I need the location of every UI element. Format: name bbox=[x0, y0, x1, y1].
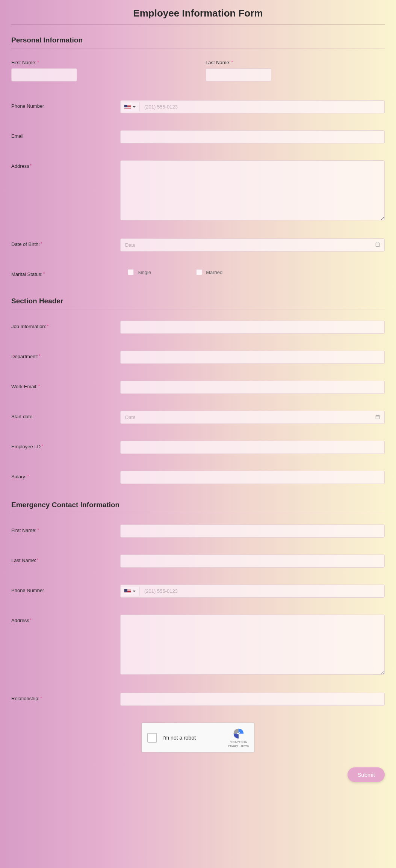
ec-last-name-label: Last Name:* bbox=[11, 558, 120, 563]
address-label: Address* bbox=[11, 163, 120, 169]
chevron-down-icon bbox=[133, 591, 136, 592]
address-field[interactable] bbox=[120, 160, 385, 220]
dob-label: Date of Birth:* bbox=[11, 241, 120, 247]
job-info-label: Job Information:* bbox=[11, 324, 120, 329]
email-field[interactable] bbox=[120, 130, 385, 143]
recaptcha-logo: reCAPTCHA Privacy - Terms bbox=[228, 728, 249, 747]
section-header-personal: Personal Information bbox=[11, 36, 385, 48]
flag-us-icon bbox=[124, 105, 131, 109]
salary-field[interactable] bbox=[120, 471, 385, 484]
relationship-field[interactable] bbox=[120, 693, 385, 706]
flag-us-icon bbox=[124, 589, 131, 594]
section-header-emergency: Emergency Contact Information bbox=[11, 501, 385, 513]
country-code-selector[interactable] bbox=[121, 102, 140, 112]
first-name-field[interactable] bbox=[11, 68, 77, 81]
phone-field[interactable] bbox=[140, 101, 384, 113]
start-date-label: Start date: bbox=[11, 414, 120, 419]
work-email-field[interactable] bbox=[120, 381, 385, 394]
ec-first-name-field[interactable] bbox=[120, 524, 385, 538]
first-name-label: First Name:* bbox=[11, 60, 190, 65]
recaptcha-label: I'm not a robot bbox=[162, 735, 228, 741]
section-header-job: Section Header bbox=[11, 297, 385, 309]
submit-button[interactable]: Submit bbox=[348, 767, 385, 782]
marital-married-label: Married bbox=[206, 270, 222, 275]
email-label: Email bbox=[11, 133, 120, 139]
recaptcha-icon bbox=[233, 728, 245, 740]
dob-field[interactable] bbox=[120, 238, 385, 252]
work-email-label: Work Email:* bbox=[11, 384, 120, 389]
job-info-field[interactable] bbox=[120, 321, 385, 334]
start-date-field[interactable] bbox=[120, 411, 385, 424]
ec-phone-field[interactable] bbox=[140, 585, 384, 597]
last-name-field[interactable] bbox=[206, 68, 271, 81]
ec-phone-label: Phone Number bbox=[11, 588, 120, 593]
ec-address-label: Address* bbox=[11, 618, 120, 623]
relationship-label: Relationship:* bbox=[11, 696, 120, 701]
recaptcha-checkbox[interactable] bbox=[147, 733, 157, 743]
salary-label: Salary:* bbox=[11, 474, 120, 479]
ec-first-name-label: First Name:* bbox=[11, 527, 120, 533]
department-field[interactable] bbox=[120, 351, 385, 364]
recaptcha-widget: I'm not a robot reCAPTCHA Privacy - Term… bbox=[142, 723, 254, 752]
employee-id-field[interactable] bbox=[120, 441, 385, 454]
department-label: Department:* bbox=[11, 354, 120, 359]
marital-married-checkbox[interactable] bbox=[196, 269, 202, 275]
marital-label: Marital Status:* bbox=[11, 271, 120, 277]
employee-id-label: Employee I.D* bbox=[11, 444, 120, 449]
ec-last-name-field[interactable] bbox=[120, 555, 385, 568]
form-title: Employee Information Form bbox=[11, 8, 385, 25]
marital-single-checkbox[interactable] bbox=[128, 269, 134, 275]
ec-country-code-selector[interactable] bbox=[121, 587, 140, 596]
phone-label: Phone Number bbox=[11, 103, 120, 109]
last-name-label: Last Name:* bbox=[206, 60, 385, 65]
chevron-down-icon bbox=[133, 106, 136, 108]
ec-address-field[interactable] bbox=[120, 615, 385, 675]
marital-single-label: Single bbox=[138, 270, 151, 275]
